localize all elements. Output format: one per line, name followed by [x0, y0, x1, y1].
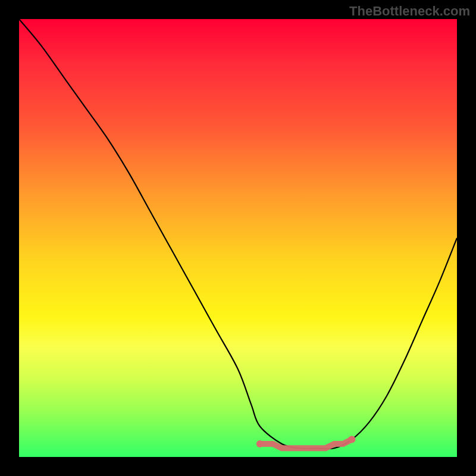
bottleneck-curve	[19, 19, 457, 449]
flat-zone-marker	[256, 436, 356, 449]
plot-area	[19, 19, 457, 457]
svg-point-0	[256, 440, 264, 447]
svg-point-1	[348, 436, 355, 443]
curve-layer	[19, 19, 457, 457]
chart-frame: TheBottleneck.com	[0, 0, 476, 476]
watermark-text: TheBottleneck.com	[349, 4, 470, 19]
